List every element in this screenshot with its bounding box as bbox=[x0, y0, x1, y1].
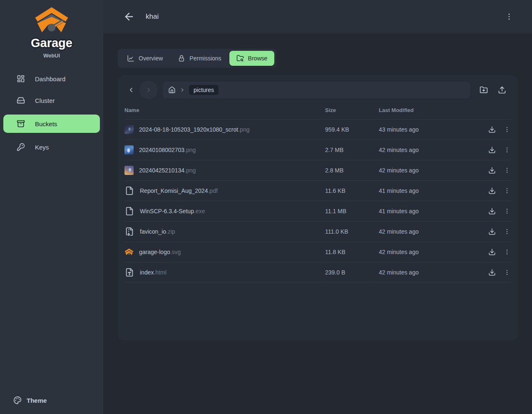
file-name-link[interactable]: 2024-08-18-105203_1920x1080_scrot bbox=[139, 126, 238, 133]
file-extension: .pdf bbox=[208, 187, 217, 194]
download-button[interactable] bbox=[488, 248, 496, 256]
upload-button[interactable] bbox=[493, 82, 511, 98]
sidebar-item-dashboard[interactable]: Dashboard bbox=[3, 71, 100, 86]
svg-text:Garage: Garage bbox=[31, 36, 72, 50]
download-button[interactable] bbox=[488, 207, 496, 215]
nav-forward-button-disabled[interactable] bbox=[139, 81, 158, 99]
sidebar-item-label: Keys bbox=[35, 144, 49, 151]
file-name-link[interactable]: WinSCP-6.3.4-Setup bbox=[140, 208, 194, 214]
kebab-menu-icon bbox=[504, 167, 510, 174]
download-icon bbox=[488, 228, 496, 235]
file-extension: .zip bbox=[166, 228, 175, 235]
row-kebab-menu-button[interactable] bbox=[503, 268, 511, 277]
download-button[interactable] bbox=[488, 146, 496, 154]
path-breadcrumb-bar[interactable]: pictures bbox=[163, 82, 470, 98]
file-size: 2.7 MB bbox=[325, 147, 379, 153]
file-extension: .html bbox=[154, 269, 166, 276]
table-row: 2024-08-18-105203_1920x1080_scrot.png 95… bbox=[124, 119, 511, 140]
table-row: Report_Komisi_Aug_2024.pdf 11.6 KB 41 mi… bbox=[124, 180, 511, 201]
nav-back-button[interactable] bbox=[124, 83, 138, 97]
row-kebab-menu-button[interactable] bbox=[503, 248, 511, 256]
file-icon bbox=[124, 206, 134, 216]
theme-button[interactable]: Theme bbox=[0, 392, 103, 408]
row-kebab-menu-button[interactable] bbox=[503, 125, 511, 134]
new-folder-button[interactable] bbox=[475, 82, 493, 98]
file-size: 11.6 KB bbox=[325, 187, 379, 194]
tab-label: Overview bbox=[139, 55, 163, 62]
kebab-menu-icon bbox=[504, 269, 510, 276]
row-actions bbox=[465, 187, 511, 195]
kebab-menu-icon bbox=[504, 147, 510, 153]
sidebar-nav: Dashboard Cluster Buckets Keys bbox=[0, 71, 103, 155]
download-button[interactable] bbox=[488, 166, 496, 175]
home-icon[interactable] bbox=[168, 86, 176, 94]
kebab-menu-icon bbox=[504, 126, 510, 133]
file-name-link[interactable]: favicon_io bbox=[140, 228, 166, 235]
row-kebab-menu-button[interactable] bbox=[503, 227, 511, 236]
table-row: 20240425210134.png 2.8 MB 42 minutes ago bbox=[124, 160, 511, 180]
file-icon bbox=[124, 186, 134, 196]
tab-overview[interactable]: Overview bbox=[120, 51, 170, 66]
column-header-name: Name bbox=[124, 107, 325, 113]
column-header-last-modified: Last Modified bbox=[379, 107, 465, 113]
chevron-right-icon bbox=[145, 86, 152, 94]
row-kebab-menu-button[interactable] bbox=[503, 207, 511, 215]
svg-logo-thumbnail bbox=[124, 247, 134, 257]
palette-icon bbox=[13, 396, 22, 404]
row-kebab-menu-button[interactable] bbox=[503, 166, 511, 175]
content: Overview Permissions Browse bbox=[103, 33, 532, 341]
file-name-link[interactable]: index bbox=[140, 269, 154, 276]
row-actions bbox=[465, 268, 511, 277]
download-button[interactable] bbox=[488, 268, 496, 277]
file-size: 959.4 KB bbox=[325, 126, 379, 133]
tab-browse[interactable]: Browse bbox=[229, 51, 275, 66]
tab-label: Permissions bbox=[189, 55, 221, 62]
download-icon bbox=[488, 167, 496, 174]
sidebar: Garage WebUI Dashboard Cluster Buckets K… bbox=[0, 0, 103, 414]
file-size: 11.8 KB bbox=[325, 249, 379, 255]
file-name-link[interactable]: 20240425210134 bbox=[139, 167, 184, 174]
table-header-row: Name Size Last Modified bbox=[124, 101, 511, 119]
breadcrumb-segment[interactable]: pictures bbox=[189, 85, 219, 95]
download-button[interactable] bbox=[488, 125, 496, 134]
row-kebab-menu-button[interactable] bbox=[503, 146, 511, 154]
chart-icon bbox=[127, 55, 134, 62]
app-logo-block: Garage WebUI bbox=[0, 0, 103, 59]
file-last-modified: 42 minutes ago bbox=[379, 228, 465, 235]
file-name-link[interactable]: garage-logo bbox=[139, 249, 170, 255]
back-arrow-icon[interactable] bbox=[123, 11, 135, 22]
image-thumbnail-3 bbox=[124, 166, 134, 175]
header-kebab-menu-icon[interactable] bbox=[505, 12, 513, 21]
download-button[interactable] bbox=[488, 187, 496, 195]
sidebar-item-cluster[interactable]: Cluster bbox=[3, 93, 100, 108]
folder-plus-icon bbox=[480, 86, 488, 94]
app-name: Garage bbox=[16, 35, 87, 51]
file-name-cell: garage-logo.svg bbox=[124, 247, 325, 257]
tab-label: Browse bbox=[248, 55, 268, 62]
sidebar-item-buckets[interactable]: Buckets bbox=[3, 115, 100, 133]
sidebar-item-label: Buckets bbox=[35, 120, 57, 127]
object-browser-card: pictures Name Size Last Modified bbox=[118, 75, 518, 341]
file-extension: .png bbox=[238, 126, 249, 133]
download-button[interactable] bbox=[488, 227, 496, 236]
file-name-cell: index.html bbox=[124, 267, 325, 277]
keys-icon bbox=[17, 143, 25, 151]
file-last-modified: 42 minutes ago bbox=[379, 269, 465, 276]
file-last-modified: 42 minutes ago bbox=[379, 249, 465, 255]
folder-search-icon bbox=[236, 55, 244, 62]
file-name-link[interactable]: Report_Komisi_Aug_2024 bbox=[140, 187, 208, 194]
file-size: 111.0 KB bbox=[325, 228, 379, 235]
download-icon bbox=[488, 269, 496, 276]
row-kebab-menu-button[interactable] bbox=[503, 187, 511, 195]
file-last-modified: 41 minutes ago bbox=[379, 208, 465, 214]
row-actions bbox=[465, 125, 511, 134]
kebab-menu-icon bbox=[504, 208, 510, 214]
browser-toolbar: pictures bbox=[124, 81, 511, 99]
sidebar-item-keys[interactable]: Keys bbox=[3, 140, 100, 155]
file-extension: .png bbox=[184, 167, 196, 174]
row-actions bbox=[465, 227, 511, 236]
image-thumbnail-1 bbox=[124, 125, 134, 134]
file-extension: .png bbox=[184, 147, 196, 153]
file-name-link[interactable]: 20240108002703 bbox=[139, 147, 184, 153]
tab-permissions[interactable]: Permissions bbox=[171, 51, 228, 66]
